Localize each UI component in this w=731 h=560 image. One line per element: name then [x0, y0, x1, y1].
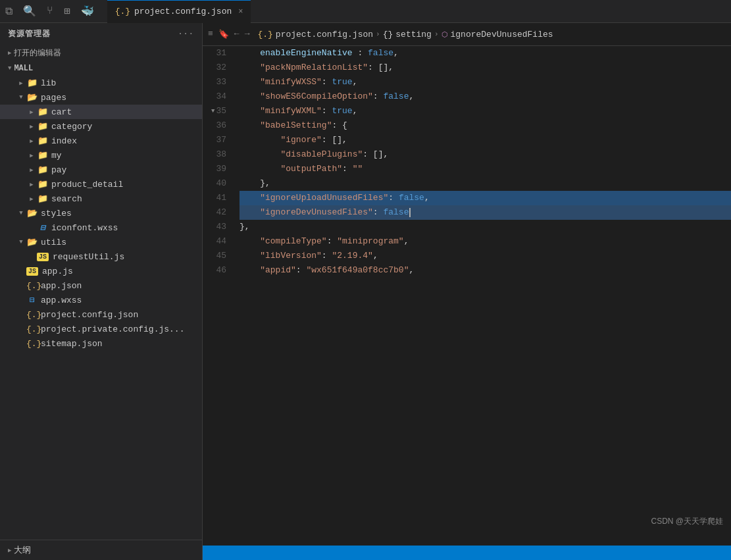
sidebar-more-icon[interactable]: ···	[178, 30, 194, 39]
folder-styles-icon: 📂	[26, 208, 38, 218]
code-line-41: "ignoreUploadUnusedFiles": false,	[239, 191, 731, 205]
code-line-39: "outputPath": ""	[239, 162, 731, 176]
breadcrumb-curly: {}	[383, 30, 393, 39]
folder-icon: 📁	[37, 165, 49, 175]
forward-icon[interactable]: →	[245, 29, 250, 39]
sidebar-header: 资源管理器 ···	[0, 23, 202, 45]
extensions-icon[interactable]: ⊞	[64, 5, 70, 18]
code-line-35: "minifyWXML": true,	[239, 104, 731, 118]
tree-item-app-json[interactable]: {.} app.json	[0, 278, 202, 293]
breadcrumb-bar: ≡ 🔖 ← → {.} project.config.json › {} set…	[203, 23, 731, 46]
back-icon[interactable]: ←	[234, 29, 239, 39]
title-bar: ⧉ 🔍 ⑂ ⊞ 🐳 {.} project.config.json ×	[0, 0, 731, 23]
docker-icon[interactable]: 🐳	[81, 5, 94, 18]
js-icon: JS	[37, 253, 49, 261]
search-icon[interactable]: 🔍	[23, 5, 36, 18]
code-line-34: "showES6CompileOption": false,	[239, 89, 731, 104]
code-line-45: "libVersion": "2.19.4",	[239, 249, 731, 263]
sidebar-section-project[interactable]: MALL	[0, 61, 202, 76]
wxss-file-icon: ⊟	[26, 295, 38, 305]
json-file-icon: {.}	[115, 7, 130, 16]
folder-utils-icon: 📂	[26, 237, 38, 247]
folder-icon: 📁	[26, 78, 38, 88]
folder-icon: 📁	[37, 150, 49, 161]
folder-open-icon: 📂	[26, 92, 38, 103]
code-line-42: "ignoreDevUnusedFiles": false	[239, 205, 731, 220]
folder-icon: 📁	[37, 136, 49, 146]
bookmark-icon[interactable]: 🔖	[218, 29, 229, 39]
folder-icon: 📁	[37, 179, 49, 190]
folder-icon: 📁	[37, 193, 49, 204]
tab-close-button[interactable]: ×	[238, 7, 243, 16]
tree-item-pages[interactable]: ▼ 📂 pages	[0, 90, 202, 105]
wxss-icon: ⊟	[37, 222, 49, 233]
breadcrumb: {.} project.config.json › {} setting › ⬡…	[257, 30, 553, 39]
sidebar: 资源管理器 ··· 打开的编辑器 MALL ▶ 📁 lib ▼ 📂 pages …	[0, 23, 203, 560]
breadcrumb-sep2: ›	[434, 30, 439, 38]
breadcrumb-setting[interactable]: setting	[395, 30, 432, 39]
breadcrumb-file-icon: {.}	[257, 30, 272, 39]
code-line-43: },	[239, 220, 731, 234]
json-project-icon: {.}	[26, 310, 38, 320]
sidebar-header-icons[interactable]: ···	[178, 30, 194, 39]
js-file-icon: JS	[26, 267, 38, 276]
outline-label: 大纲	[14, 544, 31, 556]
breadcrumb-sep1: ›	[376, 30, 380, 38]
tree-item-my[interactable]: ▶ 📁 my	[0, 148, 202, 163]
folder-icon: 📁	[37, 107, 49, 117]
tree-item-project-config[interactable]: {.} project.config.json	[0, 307, 202, 322]
tree-item-styles[interactable]: ▼ 📂 styles	[0, 206, 202, 220]
code-line-37: "ignore": [],	[239, 133, 731, 147]
folder-icon: 📁	[37, 121, 49, 132]
breadcrumb-property[interactable]: ignoreDevUnusedFiles	[451, 30, 553, 39]
tab-label: project.config.json	[134, 7, 232, 16]
tree-item-requestutil[interactable]: JS requestUtil.js	[0, 249, 202, 264]
sidebar-section-open-editors[interactable]: 打开的编辑器	[0, 45, 202, 61]
tree-item-cart[interactable]: ▶ 📁 cart	[0, 105, 202, 119]
tree-item-iconfont[interactable]: ⊟ iconfont.wxss	[0, 220, 202, 235]
list-icon[interactable]: ≡	[208, 29, 213, 39]
tab-bar: {.} project.config.json ×	[107, 0, 251, 23]
json-sitemap-icon: {.}	[26, 339, 38, 349]
outline-arrow: ▶	[8, 547, 11, 554]
watermark: CSDN @天天学爬娃	[651, 516, 723, 527]
tree-item-product-detail[interactable]: ▶ 📁 product_detail	[0, 177, 202, 191]
tree-item-search[interactable]: ▶ 📁 search	[0, 191, 202, 206]
sidebar-outline-section[interactable]: ▶ 大纲	[0, 540, 202, 560]
tab-project-config[interactable]: {.} project.config.json ×	[107, 0, 251, 23]
code-line-46: "appid": "wx651f649a0f8cc7b0",	[239, 263, 731, 278]
activity-bar-icons[interactable]: ⧉ 🔍 ⑂ ⊞ 🐳	[5, 5, 94, 18]
tree-item-app-js[interactable]: JS app.js	[0, 264, 202, 278]
json-private-icon: {.}	[26, 324, 38, 334]
tree-item-category[interactable]: ▶ 📁 category	[0, 119, 202, 134]
tree-item-pay[interactable]: ▶ 📁 pay	[0, 163, 202, 177]
tree-item-index[interactable]: ▶ 📁 index	[0, 134, 202, 148]
editor-area: ≡ 🔖 ← → {.} project.config.json › {} set…	[203, 23, 731, 560]
code-line-32: "packNpmRelationList": [],	[239, 61, 731, 75]
sidebar-title: 资源管理器	[8, 28, 51, 39]
main-layout: 资源管理器 ··· 打开的编辑器 MALL ▶ 📁 lib ▼ 📂 pages …	[0, 23, 731, 560]
code-line-31: enableEngineNative : false,	[239, 46, 731, 61]
tree-item-project-private[interactable]: {.} project.private.config.js...	[0, 322, 202, 336]
code-line-44: "compileType": "miniprogram",	[239, 234, 731, 249]
tree-item-utils[interactable]: ▼ 📂 utils	[0, 235, 202, 249]
code-line-40: },	[239, 176, 731, 191]
line-numbers: 31 32 33 34 ▼35 36 37 38 39 40 41 42 43 …	[203, 46, 234, 546]
breadcrumb-file[interactable]: project.config.json	[276, 30, 373, 39]
code-line-36: ▼ "babelSetting": {	[239, 118, 731, 133]
breadcrumb-prop-icon: ⬡	[441, 30, 448, 39]
tree-item-sitemap[interactable]: {.} sitemap.json	[0, 336, 202, 351]
tree-item-app-wxss[interactable]: ⊟ app.wxss	[0, 293, 202, 307]
editor-nav-icons[interactable]: ≡ 🔖 ← →	[208, 29, 249, 39]
status-bar	[203, 546, 731, 560]
code-editor[interactable]: 31 32 33 34 ▼35 36 37 38 39 40 41 42 43 …	[203, 46, 731, 546]
code-line-38: "disablePlugins": [],	[239, 147, 731, 162]
json-file-icon: {.}	[26, 281, 38, 291]
code-line-33: "minifyWXSS": true,	[239, 75, 731, 89]
code-body[interactable]: enableEngineNative : false, "packNpmRela…	[234, 46, 731, 546]
git-icon[interactable]: ⑂	[47, 5, 53, 17]
tree-item-lib[interactable]: ▶ 📁 lib	[0, 76, 202, 90]
files-icon[interactable]: ⧉	[5, 5, 13, 18]
